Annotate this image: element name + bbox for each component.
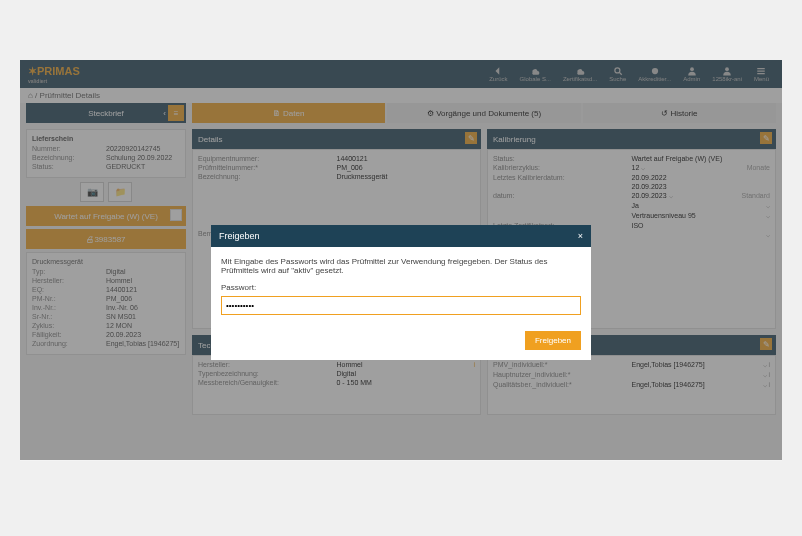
- app-window: ✶PRIMAS validiert Zurück Globale S... Ze…: [20, 60, 782, 460]
- modal-text: Mit Eingabe des Passworts wird das Prüfm…: [221, 257, 581, 275]
- freigeben-button[interactable]: Freigeben: [525, 331, 581, 350]
- modal-body: Mit Eingabe des Passworts wird das Prüfm…: [211, 247, 591, 325]
- modal-title: Freigeben: [219, 231, 260, 241]
- close-icon[interactable]: ×: [578, 231, 583, 241]
- password-input[interactable]: [221, 296, 581, 315]
- password-label: Passwort:: [221, 283, 581, 292]
- modal-header: Freigeben ×: [211, 225, 591, 247]
- freigeben-modal: Freigeben × Mit Eingabe des Passworts wi…: [211, 225, 591, 360]
- modal-overlay: Freigeben × Mit Eingabe des Passworts wi…: [20, 60, 782, 460]
- modal-footer: Freigeben: [211, 325, 591, 360]
